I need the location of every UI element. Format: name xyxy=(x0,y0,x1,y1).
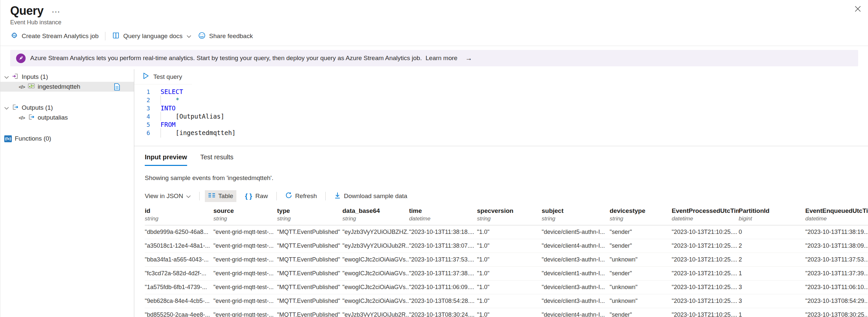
column-header[interactable]: data_base64string xyxy=(342,207,409,222)
table-row[interactable]: "9eb628ca-84e4-4cb5-..."event-grid-mqtt-… xyxy=(145,294,868,308)
code-line[interactable]: 6 [ingestedmqtteh] xyxy=(134,129,868,137)
table-cell: "device/client3-authn-I... xyxy=(542,256,610,263)
table-cell: "eyJzb3VyY2UiOiJub2R... xyxy=(342,311,409,317)
close-icon[interactable] xyxy=(854,5,862,13)
table-cell: "1.0" xyxy=(477,284,542,291)
code-line[interactable]: 1SELECT xyxy=(134,88,868,96)
preview-toolbar: View in JSON Table { } Raw xyxy=(145,190,868,203)
code-lines[interactable]: 1SELECT2 *3INTO4 [OutputAlias]5FROM6 [in… xyxy=(134,84,868,137)
table-header: idstringsourcestringtypestringdata_base6… xyxy=(145,207,868,225)
panel-header: Query ··· Event Hub instance xyxy=(0,0,868,26)
table-cell: "MQTT.EventPublished" xyxy=(277,298,342,305)
tab-input-preview[interactable]: Input preview xyxy=(145,153,187,166)
line-number: 6 xyxy=(134,129,150,137)
table-cell: "2023-10-13T11:06:10.... xyxy=(805,284,868,291)
table-cell: "ewogICJtc2ciOiAiaGVs... xyxy=(342,270,409,277)
table-cell: "1.0" xyxy=(477,229,542,235)
table-cell: "2023-10-13T21:10:25.... xyxy=(672,229,739,235)
table-cell: 3 xyxy=(739,284,805,291)
table-cell: "1.0" xyxy=(477,298,542,305)
tab-test-results[interactable]: Test results xyxy=(200,153,234,166)
outputs-icon xyxy=(12,104,19,112)
code-line[interactable]: 5FROM xyxy=(134,120,868,129)
create-stream-analytics-job-button[interactable]: Create Stream Analytics job xyxy=(10,31,98,41)
table-row[interactable]: "a35018c1-12e4-48a1-..."event-grid-mqtt-… xyxy=(145,239,868,253)
table-cell: "event-grid-mqtt-test-... xyxy=(213,229,277,235)
arrow-right-icon[interactable]: → xyxy=(465,54,472,62)
table-row[interactable]: "bd855250-2caa-4ee8-..."event-grid-mqtt-… xyxy=(145,308,868,317)
learn-more-link[interactable]: Learn more xyxy=(426,55,457,61)
table-cell: "event-grid-mqtt-test-... xyxy=(213,284,277,291)
code-line[interactable]: 3INTO xyxy=(134,104,868,112)
line-number: 1 xyxy=(134,88,150,96)
chevron-down-icon[interactable] xyxy=(4,73,9,81)
sidebar-item-input-ingestedmqtteh[interactable]: </> ingestedmqtteh xyxy=(0,82,134,92)
table-icon xyxy=(208,193,215,200)
table-view-button[interactable]: Table xyxy=(205,190,236,202)
table-cell: "sender" xyxy=(610,242,672,249)
query-editor-section: Test query 1SELECT2 *3INTO4 [OutputAlias… xyxy=(134,69,868,146)
table-cell: "2023-10-13T11:38:19.... xyxy=(805,229,868,235)
query-topology-sidebar: Inputs (1) </> ingestedmqtteh xyxy=(0,69,134,317)
table-cell: "ewogICJtc2ciOiAiaGVs... xyxy=(342,298,409,305)
table-body: "dbde999a-6250-46a8..."event-grid-mqtt-t… xyxy=(145,225,868,317)
column-header[interactable]: idstring xyxy=(145,207,213,222)
sidebar-item-functions[interactable]: {fx} Functions (0) xyxy=(0,134,134,144)
output-icon xyxy=(28,113,35,122)
table-cell: "1a575fdb-6fb1-4739-... xyxy=(145,284,213,291)
table-cell: "2023-10-13T08:30:25.... xyxy=(805,311,868,317)
column-header[interactable]: devicestypestring xyxy=(610,207,672,222)
code-line[interactable]: 4 [OutputAlias] xyxy=(134,112,868,120)
table-cell: "event-grid-mqtt-test-... xyxy=(213,311,277,317)
code-text: * xyxy=(160,96,179,104)
column-header[interactable]: sourcestring xyxy=(213,207,277,222)
table-cell: "device/client1-authn-I... xyxy=(542,270,610,277)
table-cell: "event-grid-mqtt-test-... xyxy=(213,270,277,277)
raw-view-button[interactable]: { } Raw xyxy=(242,190,271,202)
table-cell: "a35018c1-12e4-48a1-... xyxy=(145,242,213,249)
table-cell: "MQTT.EventPublished" xyxy=(277,284,342,291)
query-language-docs-button[interactable]: Query language docs xyxy=(112,32,191,41)
chevron-down-icon[interactable] xyxy=(4,104,9,111)
table-cell: "MQTT.EventPublished" xyxy=(277,256,342,263)
sidebar-item-outputs[interactable]: Outputs (1) xyxy=(0,103,134,113)
table-row[interactable]: "dbde999a-6250-46a8..."event-grid-mqtt-t… xyxy=(145,225,868,239)
refresh-button[interactable]: Refresh xyxy=(282,190,320,203)
download-sample-data-button[interactable]: Download sample data xyxy=(331,190,410,203)
sidebar-item-inputs[interactable]: Inputs (1) xyxy=(0,72,134,82)
column-header[interactable]: EventProcessedUtcTimedatetime xyxy=(672,207,739,222)
column-header[interactable]: subjectstring xyxy=(542,207,610,222)
sidebar-item-output-outputalias[interactable]: </> outputalias xyxy=(0,113,134,122)
table-row[interactable]: "fc3cd72a-582d-4d2f-..."event-grid-mqtt-… xyxy=(145,267,868,281)
table-cell: "dbde999a-6250-46a8... xyxy=(145,229,213,235)
line-number: 4 xyxy=(134,112,150,120)
braces-icon: { } xyxy=(245,193,252,200)
table-cell: "2023-10-13T11:37:53.... xyxy=(409,256,477,263)
column-header[interactable]: typestring xyxy=(277,207,342,222)
code-line[interactable]: 2 * xyxy=(134,96,868,104)
share-feedback-button[interactable]: Share feedback xyxy=(198,32,253,41)
code-text: [ingestedmqtteh] xyxy=(160,129,236,137)
table-cell: "2023-10-13T21:10:25.... xyxy=(672,284,739,291)
table-row[interactable]: "bba34fa1-a565-4043-..."event-grid-mqtt-… xyxy=(145,253,868,267)
test-query-button[interactable]: Test query xyxy=(134,69,192,84)
document-icon[interactable] xyxy=(114,83,120,91)
output-item-label: outputalias xyxy=(38,114,68,121)
table-cell: "bd855250-2caa-4ee8-... xyxy=(145,311,213,317)
column-header[interactable]: PartitionIdbigint xyxy=(739,207,805,222)
spacer xyxy=(0,92,134,103)
results-tabs: Input preview Test results xyxy=(145,153,868,166)
table-cell: "2023-10-13T21:10:25.... xyxy=(672,298,739,305)
table-row[interactable]: "1a575fdb-6fb1-4739-..."event-grid-mqtt-… xyxy=(145,281,868,294)
view-in-json-dropdown[interactable]: View in JSON xyxy=(145,190,194,202)
code-icon: </> xyxy=(19,115,25,120)
code-text: INTO xyxy=(160,104,176,112)
smiley-icon xyxy=(198,32,206,41)
column-header[interactable]: EventEnqueuedUtcTimedatetime xyxy=(805,207,868,222)
column-header[interactable]: timedatetime xyxy=(409,207,477,222)
column-header[interactable]: specversionstring xyxy=(477,207,542,222)
table-cell: "2023-10-13T21:10:25.... xyxy=(672,270,739,277)
download-icon xyxy=(334,192,341,200)
results-panel: Input preview Test results Showing sampl… xyxy=(134,146,868,317)
more-options-button[interactable]: ··· xyxy=(52,10,61,13)
